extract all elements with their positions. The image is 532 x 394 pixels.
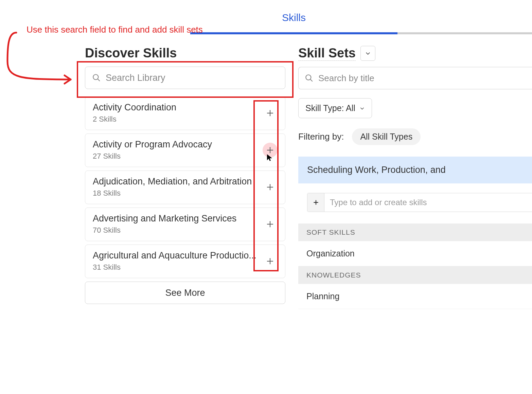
search-icon	[305, 74, 314, 83]
see-more-button[interactable]: See More	[85, 282, 285, 304]
add-skill-button[interactable]	[263, 143, 278, 158]
search-skill-sets-box[interactable]	[298, 67, 532, 89]
tab-underline-inactive	[397, 32, 532, 34]
search-library-box[interactable]	[85, 67, 285, 89]
add-skill-button[interactable]	[263, 180, 278, 195]
skill-item[interactable]: Activity Coordination 2 Skills	[85, 96, 285, 130]
add-skill-plus-button[interactable]	[307, 193, 324, 212]
add-skill-button[interactable]	[263, 217, 278, 232]
skill-item-name: Activity or Program Advocacy	[93, 139, 259, 150]
tab-skills[interactable]: Skills	[190, 12, 397, 23]
skill-item-text: Agricultural and Aquaculture Productio..…	[93, 250, 259, 272]
skill-item-text: Activity Coordination 2 Skills	[93, 102, 259, 124]
plus-icon	[266, 109, 274, 117]
discover-skills-panel: Discover Skills Activity Coordination 2 …	[85, 46, 285, 304]
discover-skill-list: Activity Coordination 2 Skills Activity …	[85, 96, 285, 304]
skill-entry[interactable]: Organization	[298, 241, 532, 266]
skill-item-text: Adjudication, Mediation, and Arbitration…	[93, 176, 259, 198]
section-header-soft-skills: SOFT SKILLS	[298, 223, 532, 241]
annotation-arrow	[6, 31, 79, 85]
section-header-knowledges: KNOWLEDGES	[298, 266, 532, 284]
selected-skill-set-banner[interactable]: Scheduling Work, Production, and	[298, 157, 532, 183]
skill-sets-header: Skill Sets	[298, 46, 532, 61]
filter-chip[interactable]: All Skill Types	[352, 128, 421, 145]
skill-sets-expand-button[interactable]	[360, 46, 375, 61]
skill-item-count: 18 Skills	[93, 189, 259, 198]
plus-icon	[266, 146, 274, 154]
filtering-row: Filtering by: All Skill Types	[298, 128, 532, 145]
skill-item-text: Activity or Program Advocacy 27 Skills	[93, 139, 259, 161]
add-skill-input[interactable]	[324, 193, 532, 212]
skill-item-count: 27 Skills	[93, 152, 259, 161]
skill-sets-title: Skill Sets	[298, 46, 356, 61]
add-skill-button[interactable]	[263, 106, 278, 121]
search-library-input[interactable]	[106, 73, 278, 83]
search-icon	[92, 73, 101, 82]
skill-item-name: Activity Coordination	[93, 102, 259, 113]
skill-sets-panel: Skill Sets Skill Type: All Filtering by:…	[298, 46, 532, 309]
skill-item-name: Agricultural and Aquaculture Productio..…	[93, 250, 259, 261]
skill-item-name: Advertising and Marketing Services	[93, 213, 259, 224]
filtering-by-label: Filtering by:	[298, 131, 344, 142]
plus-icon	[313, 199, 319, 206]
discover-skills-title: Discover Skills	[85, 46, 285, 60]
skill-item-count: 31 Skills	[93, 263, 259, 272]
svg-point-0	[93, 74, 98, 79]
svg-point-12	[306, 75, 311, 80]
skill-type-label: Skill Type: All	[305, 103, 355, 113]
tab-underline-active	[190, 32, 397, 34]
skill-item-count: 2 Skills	[93, 115, 259, 124]
plus-icon	[266, 220, 274, 228]
skill-item[interactable]: Adjudication, Mediation, and Arbitration…	[85, 171, 285, 204]
svg-line-1	[97, 79, 100, 81]
plus-icon	[266, 257, 274, 265]
skill-item[interactable]: Activity or Program Advocacy 27 Skills	[85, 133, 285, 167]
add-skill-row	[307, 193, 532, 212]
skill-entry[interactable]: Planning	[298, 284, 532, 309]
skill-item[interactable]: Advertising and Marketing Services 70 Sk…	[85, 208, 285, 241]
skill-item-count: 70 Skills	[93, 226, 259, 235]
add-skill-button[interactable]	[263, 254, 278, 269]
chevron-down-icon	[359, 106, 365, 111]
annotation-callout: Use this search field to find and add sk…	[26, 24, 203, 35]
svg-line-13	[310, 79, 313, 82]
skill-item-name: Adjudication, Mediation, and Arbitration	[93, 176, 259, 187]
chevron-down-icon	[365, 50, 371, 56]
skill-item-text: Advertising and Marketing Services 70 Sk…	[93, 213, 259, 235]
skill-item[interactable]: Agricultural and Aquaculture Productio..…	[85, 245, 285, 278]
tabs-bar: Skills	[190, 12, 532, 23]
skill-type-dropdown[interactable]: Skill Type: All	[298, 98, 372, 118]
search-skill-sets-input[interactable]	[318, 73, 526, 84]
plus-icon	[266, 183, 274, 191]
